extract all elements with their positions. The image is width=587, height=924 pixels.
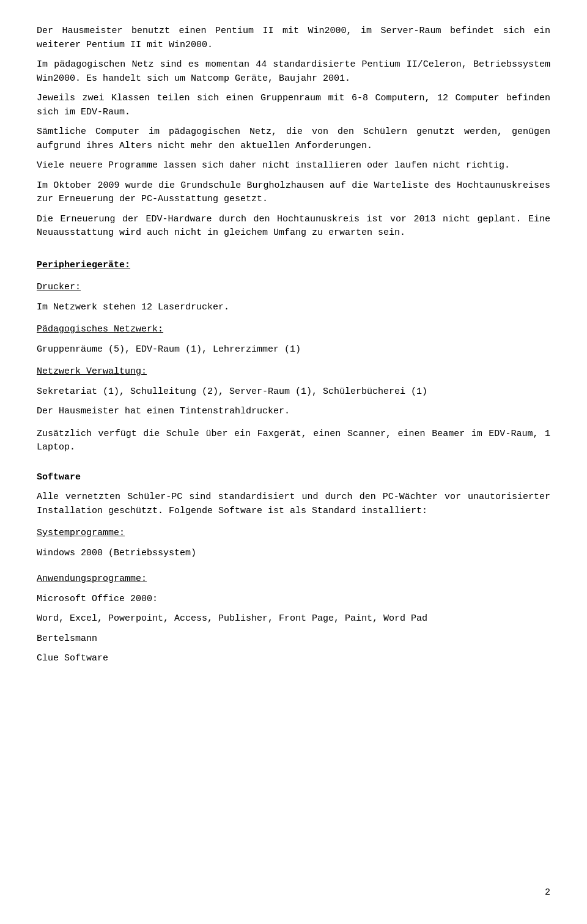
- systemprogramme-label: Systemprogramme:: [37, 527, 550, 541]
- systemprogramme-items: Windows 2000 (Betriebssystem): [37, 547, 550, 561]
- anwendungsprogramme-item-2: Word, Excel, Powerpoint, Access, Publish…: [37, 612, 550, 626]
- systemprogramme-section: Systemprogramme: Windows 2000 (Betriebss…: [37, 527, 550, 560]
- netzwerk-verwaltung-label-text: Netzwerk Verwaltung:: [37, 366, 147, 377]
- paragraph-3: Jeweils zwei Klassen teilen sich einen G…: [37, 92, 550, 119]
- systemprogramme-label-text: Systemprogramme:: [37, 528, 125, 538]
- software-title-text: Software: [37, 472, 81, 482]
- paragraph-4: Sämtliche Computer im pädagogischen Netz…: [37, 125, 550, 153]
- anwendungsprogramme-section: Anwendungsprogramme: Microsoft Office 20…: [37, 572, 550, 666]
- peripherie-section: Peripheriegeräte: Drucker: Im Netzwerk s…: [37, 259, 550, 455]
- anwendungsprogramme-item-1: Microsoft Office 2000:: [37, 593, 550, 607]
- netzwerk-verwaltung-section: Netzwerk Verwaltung: Sekretariat (1), Sc…: [37, 365, 550, 419]
- paragraph-6: Im Oktober 2009 wurde die Grundschule Bu…: [37, 179, 550, 207]
- drucker-label-text: Drucker:: [37, 282, 81, 292]
- anwendungsprogramme-label-text: Anwendungsprogramme:: [37, 574, 147, 584]
- paed-netzwerk-label: Pädagogisches Netzwerk:: [37, 323, 550, 337]
- software-title: Software: [37, 471, 550, 485]
- paragraph-1: Der Hausmeister benutzt einen Pentium II…: [37, 24, 550, 52]
- zusatz-section: Zusätzlich verfügt die Schule über ein F…: [37, 427, 550, 455]
- anwendungsprogramme-item-4: Clue Software: [37, 652, 550, 666]
- paed-netzwerk-text: Gruppenräume (5), EDV-Raum (1), Lehrerzi…: [37, 343, 550, 357]
- zusatz-text: Zusätzlich verfügt die Schule über ein F…: [37, 427, 550, 455]
- systemprogramme-item-1: Windows 2000 (Betriebssystem): [37, 547, 550, 561]
- paragraph-2: Im pädagogischen Netz sind es momentan 4…: [37, 58, 550, 86]
- software-intro: Alle vernetzten Schüler-PC sind standard…: [37, 490, 550, 518]
- hausmeister-text: Der Hausmeister hat einen Tintenstrahldr…: [37, 405, 550, 419]
- paed-netzwerk-label-text: Pädagogisches Netzwerk:: [37, 324, 163, 334]
- paragraph-5: Viele neuere Programme lassen sich daher…: [37, 159, 550, 173]
- netzwerk-verwaltung-text: Sekretariat (1), Schulleitung (2), Serve…: [37, 385, 550, 399]
- paed-netzwerk-section: Pädagogisches Netzwerk: Gruppenräume (5)…: [37, 323, 550, 357]
- anwendungsprogramme-items: Microsoft Office 2000: Word, Excel, Powe…: [37, 593, 550, 666]
- anwendungsprogramme-item-3: Bertelsmann: [37, 632, 550, 646]
- drucker-label: Drucker:: [37, 281, 550, 295]
- page-content: Der Hausmeister benutzt einen Pentium II…: [37, 24, 550, 666]
- drucker-section: Drucker: Im Netzwerk stehen 12 Laserdruc…: [37, 281, 550, 314]
- netzwerk-verwaltung-label: Netzwerk Verwaltung:: [37, 365, 550, 379]
- anwendungsprogramme-label: Anwendungsprogramme:: [37, 572, 550, 586]
- drucker-text: Im Netzwerk stehen 12 Laserdrucker.: [37, 301, 550, 315]
- page-number: 2: [545, 886, 550, 900]
- paragraph-7: Die Erneuerung der EDV-Hardware durch de…: [37, 213, 550, 240]
- peripherie-title: Peripheriegeräte:: [37, 259, 550, 273]
- software-section: Software Alle vernetzten Schüler-PC sind…: [37, 471, 550, 666]
- peripherie-title-text: Peripheriegeräte:: [37, 260, 130, 270]
